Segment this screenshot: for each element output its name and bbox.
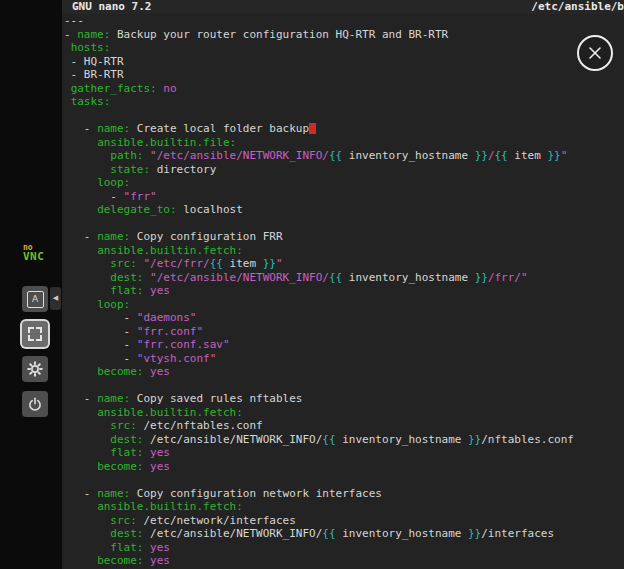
code-line: - "frr.conf.sav" bbox=[64, 338, 624, 352]
code-line: - "frr.conf" bbox=[64, 325, 624, 339]
code-line: state: directory bbox=[64, 163, 624, 177]
code-line: become: yes bbox=[64, 365, 624, 379]
text-cursor bbox=[309, 123, 316, 134]
code-line: loop: bbox=[64, 176, 624, 190]
power-button[interactable] bbox=[22, 391, 48, 417]
code-line: - "frr" bbox=[64, 190, 624, 204]
code-line: flat: yes bbox=[64, 541, 624, 555]
editor-content[interactable]: ---- name: Backup your router configurat… bbox=[64, 14, 624, 569]
code-line: - "vtysh.conf" bbox=[64, 352, 624, 366]
novnc-logo: no VNC bbox=[23, 243, 51, 261]
chevron-left-icon: ◀ bbox=[53, 294, 58, 302]
code-line: --- bbox=[64, 14, 624, 28]
code-line: - name: Copy configuration network inter… bbox=[64, 487, 624, 501]
code-line: - BR-RTR bbox=[64, 68, 624, 82]
fullscreen-icon bbox=[28, 327, 42, 341]
power-icon bbox=[28, 397, 42, 411]
code-line: ansible.builtin.file: bbox=[64, 136, 624, 150]
code-line: - HQ-RTR bbox=[64, 55, 624, 69]
code-line bbox=[64, 109, 624, 123]
keyboard-button[interactable]: A bbox=[22, 286, 48, 312]
code-line: dest: "/etc/ansible/NETWORK_INFO/{{ inve… bbox=[64, 271, 624, 285]
novnc-logo-text-vnc: VNC bbox=[23, 252, 51, 261]
code-line bbox=[64, 473, 624, 487]
code-line bbox=[64, 379, 624, 393]
terminal-window[interactable]: GNU nano 7.2 /etc/ansible/b ---- name: B… bbox=[62, 0, 624, 569]
settings-button[interactable] bbox=[22, 356, 48, 382]
code-line: hosts: bbox=[64, 41, 624, 55]
code-line: become: yes bbox=[64, 460, 624, 474]
code-line: src: /etc/network/interfaces bbox=[64, 514, 624, 528]
code-line: ansible.builtin.fetch: bbox=[64, 406, 624, 420]
code-line: dest: /etc/ansible/NETWORK_INFO/{{ inven… bbox=[64, 433, 624, 447]
code-line: - name: Backup your router configuration… bbox=[64, 28, 624, 42]
nano-version: GNU nano 7.2 bbox=[72, 0, 151, 14]
code-line bbox=[64, 217, 624, 231]
nano-filename: /etc/ansible/b bbox=[531, 0, 624, 14]
code-line: flat: yes bbox=[64, 284, 624, 298]
close-icon bbox=[588, 46, 602, 60]
sidebar-collapse-handle[interactable]: ◀ bbox=[50, 287, 61, 310]
code-line: become: yes bbox=[64, 554, 624, 568]
code-line: flat: yes bbox=[64, 446, 624, 460]
editor-lines: ---- name: Backup your router configurat… bbox=[64, 14, 624, 568]
code-line: - name: Copy saved rules nftables bbox=[64, 392, 624, 406]
code-line: path: "/etc/ansible/NETWORK_INFO/{{ inve… bbox=[64, 149, 624, 163]
close-overlay-button[interactable] bbox=[577, 35, 613, 71]
code-line: tasks: bbox=[64, 95, 624, 109]
code-line: delegate_to: localhost bbox=[64, 203, 624, 217]
nano-titlebar: GNU nano 7.2 /etc/ansible/b bbox=[62, 0, 624, 14]
code-line: dest: /etc/ansible/NETWORK_INFO/{{ inven… bbox=[64, 527, 624, 541]
fullscreen-button[interactable] bbox=[22, 321, 48, 347]
keyboard-icon: A bbox=[27, 291, 44, 308]
code-line: loop: bbox=[64, 298, 624, 312]
vnc-sidebar: no VNC ◀ A bbox=[0, 0, 62, 569]
desktop: { "window": { "title_left": "GNU nano 7.… bbox=[0, 0, 624, 569]
code-line: ansible.builtin.fetch: bbox=[64, 500, 624, 514]
gear-icon bbox=[27, 361, 43, 377]
code-line: - name: Copy configuration FRR bbox=[64, 230, 624, 244]
code-line: - "daemons" bbox=[64, 311, 624, 325]
code-line: gather_facts: no bbox=[64, 82, 624, 96]
code-line: - name: Create local folder backup bbox=[64, 122, 624, 136]
code-line: src: "/etc/frr/{{ item }}" bbox=[64, 257, 624, 271]
code-line: src: /etc/nftables.conf bbox=[64, 419, 624, 433]
code-line: ansible.builtin.fetch: bbox=[64, 244, 624, 258]
